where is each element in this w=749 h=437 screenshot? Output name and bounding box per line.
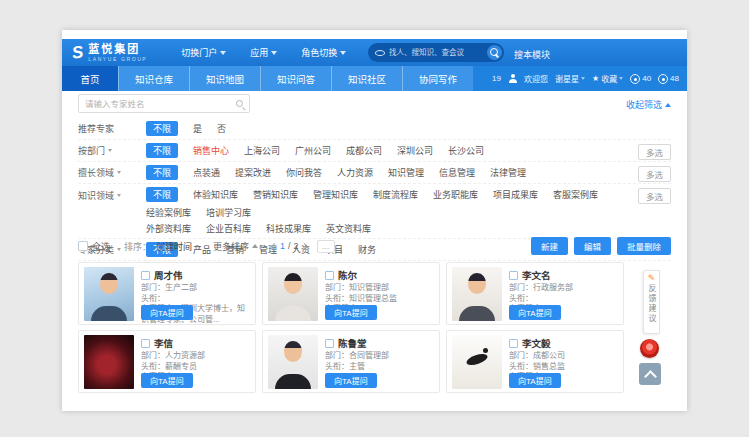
expert-card[interactable]: 周才伟 部门：生产二部 头衔： 专家简介：深圳大学博士，知识管理专家、公司管..… bbox=[78, 262, 256, 325]
expert-card[interactable]: 李信 部门：人力资源部 头衔：薪酬专员 专家简介： 向TA提问 bbox=[78, 330, 256, 393]
edit-button[interactable]: 编辑 bbox=[574, 237, 611, 255]
expert-card[interactable]: 陈尔 部门：知识管理部 头衔：知识管理总监 专家简介： 向TA提问 bbox=[262, 262, 440, 325]
ask-expert-button[interactable]: 向TA提问 bbox=[141, 305, 193, 320]
expert-name[interactable]: 陈鲁堂 bbox=[338, 336, 367, 350]
global-search-bar[interactable] bbox=[368, 43, 504, 62]
rose-widget-icon[interactable] bbox=[640, 339, 659, 358]
filter-option-selected[interactable]: 不限 bbox=[146, 121, 178, 136]
stat-badge-2[interactable]: 48 bbox=[658, 74, 679, 84]
notification-count[interactable]: 19 bbox=[492, 74, 501, 83]
filter-option[interactable]: 是 bbox=[193, 122, 202, 135]
filter-label-department[interactable]: 按部门 bbox=[78, 144, 146, 157]
multi-select-button[interactable]: 多选 bbox=[638, 188, 671, 204]
expert-name-search[interactable] bbox=[78, 94, 250, 113]
expert-photo bbox=[84, 267, 134, 321]
expert-card[interactable]: 李文毅 部门：成都公司 头衔：销售总监 专家简介： 向TA提问 bbox=[446, 330, 624, 393]
next-page-icon[interactable] bbox=[301, 242, 308, 249]
filter-option-highlighted[interactable]: 销售中心 bbox=[193, 144, 229, 157]
filter-option[interactable]: 业务职能库 bbox=[433, 188, 478, 201]
module-search-link[interactable]: 搜本模块 bbox=[514, 48, 550, 61]
nav-tab-knowledge-map[interactable]: 知识地图 bbox=[189, 66, 260, 91]
batch-delete-button[interactable]: 批量删除 bbox=[617, 237, 671, 255]
menu-switch-portal[interactable]: 切换门户 bbox=[181, 46, 226, 59]
back-to-top-button[interactable] bbox=[639, 363, 661, 385]
filter-option[interactable]: 提案改进 bbox=[235, 166, 271, 179]
filter-option[interactable]: 成都公司 bbox=[346, 144, 382, 157]
prev-page-icon[interactable] bbox=[271, 242, 278, 249]
expert-name[interactable]: 周才伟 bbox=[154, 268, 183, 282]
multi-select-button[interactable]: 多选 bbox=[638, 166, 671, 182]
feedback-tab[interactable]: ✎ 反馈建议 bbox=[643, 270, 660, 334]
favorites-menu[interactable]: ★收藏 bbox=[592, 73, 623, 84]
filter-option[interactable]: 信息管理 bbox=[439, 166, 475, 179]
multi-select-button[interactable]: 多选 bbox=[638, 144, 671, 160]
expert-name[interactable]: 李文毅 bbox=[522, 336, 551, 350]
sort-dropdown[interactable]: 排序： 创建时间 bbox=[124, 240, 199, 253]
card-checkbox[interactable] bbox=[141, 271, 150, 280]
select-all-label[interactable]: 全选 bbox=[92, 240, 110, 253]
global-search-input[interactable] bbox=[385, 48, 487, 57]
filter-option[interactable]: 你问我答 bbox=[286, 166, 322, 179]
filter-option[interactable]: 制度流程库 bbox=[373, 188, 418, 201]
filter-option-selected[interactable]: 不限 bbox=[146, 143, 178, 158]
card-checkbox[interactable] bbox=[141, 339, 150, 348]
ask-expert-button[interactable]: 向TA提问 bbox=[141, 373, 193, 388]
expert-title: 头衔：主管 bbox=[325, 362, 435, 373]
filter-option[interactable]: 项目成果库 bbox=[493, 188, 538, 201]
filter-option[interactable]: 点装通 bbox=[193, 166, 220, 179]
filter-option[interactable]: 长沙公司 bbox=[448, 144, 484, 157]
filter-option[interactable]: 人力资源 bbox=[337, 166, 373, 179]
chevron-down-icon bbox=[117, 194, 121, 197]
filter-option[interactable]: 营销知识库 bbox=[253, 188, 298, 201]
nav-tab-knowledge-qa[interactable]: 知识问答 bbox=[260, 66, 331, 91]
more-pages-button[interactable]: … bbox=[317, 240, 335, 253]
nav-tab-knowledge-repo[interactable]: 知识仓库 bbox=[118, 66, 189, 91]
expert-name[interactable]: 陈尔 bbox=[338, 268, 357, 282]
card-checkbox[interactable] bbox=[509, 271, 518, 280]
filter-option[interactable]: 培训学习库 bbox=[206, 206, 251, 219]
voice-search-icon[interactable] bbox=[375, 50, 385, 56]
user-menu[interactable]: 谢星星 bbox=[555, 73, 585, 84]
card-checkbox[interactable] bbox=[325, 271, 334, 280]
nav-tab-home[interactable]: 首页 bbox=[62, 66, 118, 91]
filter-row-recommended: 推荐专家 不限 是 否 bbox=[78, 118, 671, 140]
filter-option[interactable]: 上海公司 bbox=[244, 144, 280, 157]
logo[interactable]: S 蓝悦集团 LANYUE GROUP bbox=[72, 44, 147, 62]
filter-option[interactable]: 广州公司 bbox=[295, 144, 331, 157]
new-button[interactable]: 新建 bbox=[531, 237, 568, 255]
filter-option[interactable]: 客服案例库 bbox=[553, 188, 598, 201]
expert-name[interactable]: 李信 bbox=[154, 336, 173, 350]
nav-tab-knowledge-community[interactable]: 知识社区 bbox=[331, 66, 402, 91]
menu-apps[interactable]: 应用 bbox=[250, 46, 277, 59]
filter-option[interactable]: 深圳公司 bbox=[397, 144, 433, 157]
stat-badge-1[interactable]: 40 bbox=[630, 74, 651, 84]
ask-expert-button[interactable]: 向TA提问 bbox=[509, 373, 561, 388]
select-all-checkbox[interactable] bbox=[78, 241, 88, 251]
filter-option[interactable]: 管理知识库 bbox=[313, 188, 358, 201]
ask-expert-button[interactable]: 向TA提问 bbox=[325, 305, 377, 320]
collapse-filter-link[interactable]: 收起筛选 bbox=[626, 98, 671, 111]
filter-label-knowledge-domain[interactable]: 知识领域 bbox=[78, 187, 146, 202]
filter-option-selected[interactable]: 不限 bbox=[146, 165, 178, 180]
nav-tab-collaborative-writing[interactable]: 协同写作 bbox=[402, 66, 473, 91]
filter-option[interactable]: 体验知识库 bbox=[193, 188, 238, 201]
more-sort-toggle[interactable]: 更多排序 bbox=[213, 240, 258, 253]
expert-card[interactable]: 李文名 部门：行政服务部 头衔： 专家简介： 向TA提问 bbox=[446, 262, 624, 325]
filter-option-selected[interactable]: 不限 bbox=[146, 187, 178, 202]
search-icon[interactable] bbox=[487, 45, 502, 60]
card-checkbox[interactable] bbox=[325, 339, 334, 348]
ask-expert-button[interactable]: 向TA提问 bbox=[509, 305, 561, 320]
ask-expert-button[interactable]: 向TA提问 bbox=[325, 373, 377, 388]
expert-name[interactable]: 李文名 bbox=[522, 268, 551, 282]
filter-option[interactable]: 经验案例库 bbox=[146, 206, 191, 219]
filter-label-expertise[interactable]: 擅长领域 bbox=[78, 166, 146, 179]
filter-option[interactable]: 知识管理 bbox=[388, 166, 424, 179]
card-checkbox[interactable] bbox=[509, 339, 518, 348]
expert-name-input[interactable] bbox=[85, 99, 236, 109]
filter-option[interactable]: 法律管理 bbox=[490, 166, 526, 179]
chevron-down-icon bbox=[117, 171, 121, 174]
expert-card[interactable]: 陈鲁堂 部门：合同管理部 头衔：主管 向TA提问 bbox=[262, 330, 440, 393]
menu-role-switch[interactable]: 角色切换 bbox=[301, 46, 346, 59]
filter-option[interactable]: 否 bbox=[217, 122, 226, 135]
search-icon[interactable] bbox=[236, 100, 243, 107]
